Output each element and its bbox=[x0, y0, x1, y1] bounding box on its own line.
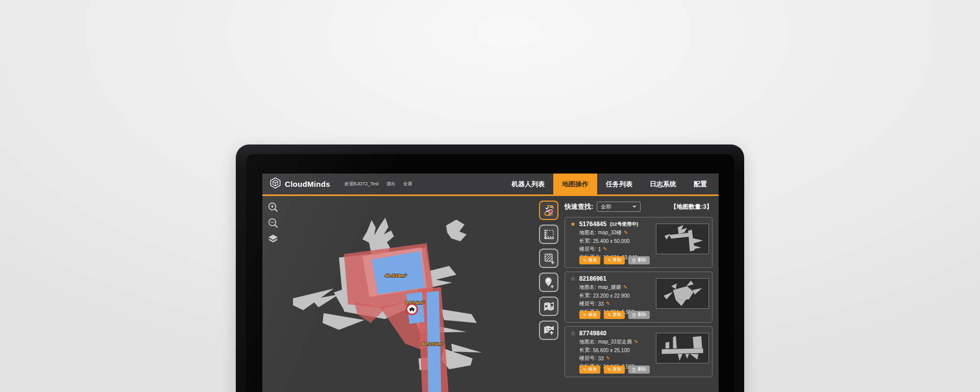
edit-pencil-icon[interactable]: ✎ bbox=[623, 285, 627, 290]
map-filter-value: 全部 bbox=[601, 203, 611, 210]
size-label: 长宽: bbox=[579, 292, 591, 299]
pencil-icon: ✎ bbox=[607, 367, 611, 372]
map-thumbnail bbox=[656, 224, 709, 254]
floor-label: 楼层号: bbox=[579, 355, 596, 362]
map-name-label: 地图名: bbox=[579, 284, 596, 291]
floor-label: 楼层号: bbox=[579, 300, 596, 307]
tab-robot-list[interactable]: 机器人列表 bbox=[503, 174, 553, 194]
add-point-icon[interactable] bbox=[539, 273, 558, 292]
map-name-label: 地图名: bbox=[579, 229, 596, 236]
map-card[interactable]: ★ 51764845 (12号使用中) 地图名:map_33楼✎ 长宽:25.4… bbox=[565, 217, 713, 268]
nav-tabs: 机器人列表 地图操作 任务列表 日志系统 配置 bbox=[503, 174, 719, 194]
map-in-use-badge: (12号使用中) bbox=[610, 221, 638, 228]
trash-icon bbox=[632, 258, 636, 263]
copy-map-button[interactable]: ✎复制 bbox=[604, 311, 625, 319]
floor-value: 33 bbox=[598, 301, 604, 307]
tab-map-operation[interactable]: 地图操作 bbox=[553, 174, 597, 194]
fullscreen-link[interactable]: 全屏 bbox=[403, 181, 412, 187]
map-tool-column bbox=[535, 196, 562, 392]
map-list-panel: 快速查找: 全部 【地图数量:3】 ★ 51764845 (12号使用中) bbox=[562, 196, 719, 392]
measure-area-icon[interactable] bbox=[539, 225, 558, 244]
quick-search-row: 快速查找: 全部 【地图数量:3】 bbox=[565, 200, 713, 213]
app-main: 40.519m² 8.614m² 80.215m² bbox=[262, 196, 719, 392]
map-thumbnail bbox=[656, 278, 709, 309]
logout-link[interactable]: 退出 bbox=[386, 181, 396, 187]
edit-pencil-icon[interactable]: ✎ bbox=[606, 301, 610, 306]
map-name-value: map_33层走廊 bbox=[598, 338, 632, 346]
app-header: CloudMinds 欢迎BJDT2_Test 退出 全屏 机器人列表 地图操作… bbox=[262, 174, 719, 196]
chevron-down-icon bbox=[632, 206, 636, 208]
area-label-1: 40.519m² bbox=[385, 273, 407, 278]
size-label: 长宽: bbox=[579, 237, 591, 244]
size-value: 25.400 x 50.000 bbox=[593, 238, 630, 244]
map-count-badge: 【地图数量:3】 bbox=[670, 203, 713, 211]
edit-pencil-icon[interactable]: ✎ bbox=[603, 247, 607, 252]
user-info: 欢迎BJDT2_Test 退出 全屏 bbox=[345, 174, 412, 194]
map-pin-icon[interactable] bbox=[539, 297, 558, 316]
cloudminds-logo-icon bbox=[270, 177, 281, 191]
favorite-star-icon[interactable]: ☆ bbox=[570, 330, 576, 336]
size-label: 长宽: bbox=[579, 347, 591, 354]
layers-icon[interactable] bbox=[267, 233, 279, 244]
trash-icon bbox=[632, 368, 636, 372]
floor-label: 楼层号: bbox=[579, 246, 596, 253]
edit-pencil-icon[interactable]: ✎ bbox=[634, 339, 638, 345]
floor-map[interactable]: 40.519m² 8.614m² 80.215m² bbox=[262, 196, 535, 392]
webcam-dot bbox=[489, 149, 492, 151]
map-zoom-controls bbox=[267, 202, 279, 244]
cloudminds-app: CloudMinds 欢迎BJDT2_Test 退出 全屏 机器人列表 地图操作… bbox=[262, 174, 719, 392]
copy-map-button[interactable]: ✎复制 bbox=[604, 365, 625, 374]
map-id: 82186961 bbox=[579, 275, 606, 282]
floor-value: 33 bbox=[598, 356, 604, 361]
map-name-value: map_腿腿 bbox=[598, 284, 621, 291]
pencil-icon: ✎ bbox=[583, 367, 586, 372]
edit-pencil-icon[interactable]: ✎ bbox=[624, 230, 628, 235]
laptop-screen: CloudMinds 欢迎BJDT2_Test 退出 全屏 机器人列表 地图操作… bbox=[246, 154, 734, 392]
delete-map-button[interactable]: 删除 bbox=[628, 365, 650, 374]
edit-map-button[interactable]: ✎修改 bbox=[579, 365, 600, 374]
edit-pencil-icon[interactable]: ✎ bbox=[606, 356, 610, 361]
tab-task-list[interactable]: 任务列表 bbox=[597, 174, 641, 194]
tab-log-system[interactable]: 日志系统 bbox=[641, 174, 685, 194]
edit-map-button[interactable]: ✎修改 bbox=[579, 311, 600, 319]
map-id: 51764845 bbox=[579, 220, 606, 228]
map-upload-icon[interactable] bbox=[539, 321, 558, 340]
map-canvas[interactable]: 40.519m² 8.614m² 80.215m² bbox=[262, 196, 535, 392]
map-thumbnail bbox=[656, 333, 709, 363]
delete-map-button[interactable]: 删除 bbox=[628, 256, 650, 264]
favorite-star-icon[interactable]: ★ bbox=[570, 221, 576, 227]
checklist-map-icon[interactable] bbox=[539, 201, 558, 220]
map-filter-select[interactable]: 全部 bbox=[597, 202, 641, 212]
no-entry-marker-icon[interactable] bbox=[407, 304, 418, 314]
pencil-icon: ✎ bbox=[583, 312, 586, 317]
quick-search-label: 快速查找: bbox=[565, 202, 593, 211]
welcome-text: 欢迎BJDT2_Test bbox=[345, 181, 379, 187]
floor-value: 1 bbox=[598, 247, 601, 252]
trash-icon bbox=[632, 313, 636, 317]
map-name-value: map_33楼 bbox=[598, 229, 622, 236]
edit-map-button[interactable]: ✎修改 bbox=[579, 256, 600, 264]
favorite-star-icon[interactable]: ☆ bbox=[570, 276, 576, 282]
zoom-out-icon[interactable] bbox=[267, 217, 279, 229]
map-card[interactable]: ☆ 87749840 地图名:map_33层走廊✎ 长宽:56.600 x 25… bbox=[565, 326, 713, 377]
pencil-icon: ✎ bbox=[607, 312, 611, 317]
tab-settings[interactable]: 配置 bbox=[685, 174, 716, 194]
pencil-icon: ✎ bbox=[583, 258, 586, 263]
map-id: 87749840 bbox=[579, 330, 606, 337]
map-card[interactable]: ☆ 82186961 地图名:map_腿腿✎ 长宽:23.200 x 22.90… bbox=[565, 272, 713, 323]
size-value: 56.600 x 25.100 bbox=[593, 348, 630, 353]
pencil-icon: ✎ bbox=[607, 258, 611, 263]
copy-map-button[interactable]: ✎复制 bbox=[604, 256, 625, 264]
delete-map-button[interactable]: 删除 bbox=[628, 311, 650, 319]
zoom-in-icon[interactable] bbox=[267, 202, 279, 213]
size-value: 23.200 x 22.900 bbox=[593, 293, 630, 299]
brand-logo[interactable]: CloudMinds bbox=[262, 174, 330, 194]
map-name-label: 地图名: bbox=[579, 338, 596, 346]
laptop-mockup: CloudMinds 欢迎BJDT2_Test 退出 全屏 机器人列表 地图操作… bbox=[236, 144, 744, 392]
virtual-wall-add-icon[interactable] bbox=[539, 249, 558, 268]
brand-name: CloudMinds bbox=[285, 180, 330, 188]
area-label-3: 80.215m² bbox=[422, 341, 444, 347]
